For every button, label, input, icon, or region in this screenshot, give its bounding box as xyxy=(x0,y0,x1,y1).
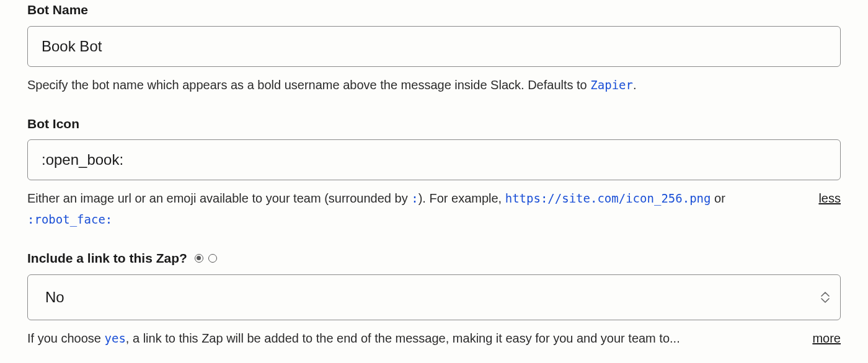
bot-icon-label: Bot Icon xyxy=(27,114,841,134)
code-url-example: https://site.com/icon_256.png xyxy=(505,191,711,205)
bot-icon-help-text: Either an image url or an emoji availabl… xyxy=(27,188,804,230)
include-link-radio-group xyxy=(195,254,217,263)
include-link-label: Include a link to this Zap? xyxy=(27,248,841,268)
less-toggle[interactable]: less xyxy=(818,189,841,208)
bot-icon-input[interactable] xyxy=(27,139,841,180)
bot-name-label: Bot Name xyxy=(27,0,841,20)
code-yes: yes xyxy=(105,331,126,345)
bot-name-field: Bot Name Specify the bot name which appe… xyxy=(27,0,841,95)
code-zapier: Zapier xyxy=(590,78,633,92)
include-link-radio-unselected[interactable] xyxy=(208,254,217,263)
bot-name-input[interactable] xyxy=(27,26,841,67)
bot-name-help-text: Specify the bot name which appears as a … xyxy=(27,74,841,95)
include-link-select[interactable]: No xyxy=(27,274,841,320)
code-colon: : xyxy=(411,191,418,205)
include-link-help-text: If you choose yes, a link to this Zap wi… xyxy=(27,328,797,349)
include-link-radio-selected[interactable] xyxy=(195,254,203,263)
include-link-field: Include a link to this Zap? No If you ch… xyxy=(27,248,841,349)
code-emoji-example: :robot_face: xyxy=(27,212,112,226)
bot-icon-field: Bot Icon Either an image url or an emoji… xyxy=(27,114,841,230)
include-link-value: No xyxy=(27,274,841,320)
more-toggle[interactable]: more xyxy=(812,329,841,348)
